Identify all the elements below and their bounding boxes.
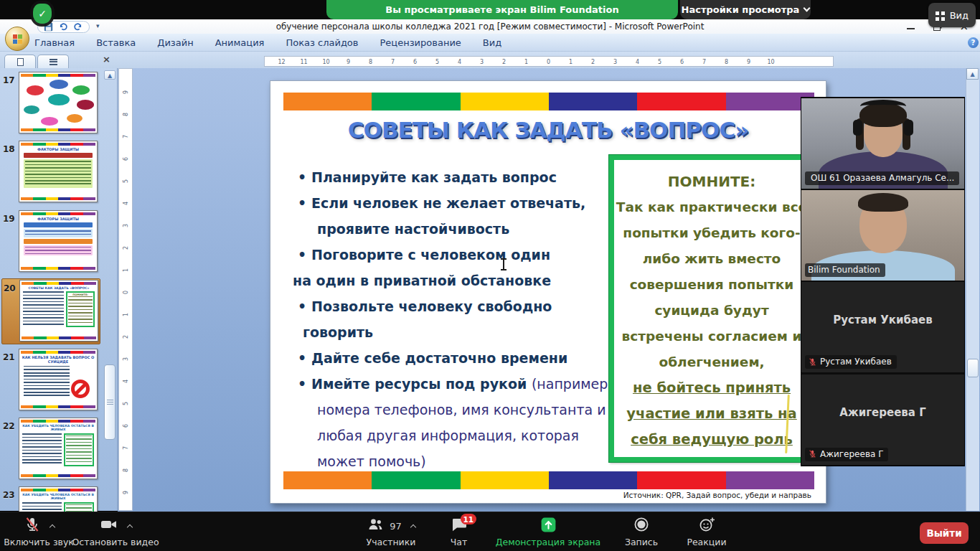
thumbnail-frame: СОВЕТЫ КАК ЗАДАТЬ «ВОПРОС» ПОМНИТЕ: <box>19 280 98 342</box>
toolbar-video-button[interactable]: Остановить видео <box>73 512 158 551</box>
v-ruler-number: 2 <box>119 237 133 259</box>
participant-tile-2[interactable]: Рустам УкибаевРустам Укибаев <box>801 282 964 372</box>
customize-toolbar-icon[interactable]: ▾ <box>96 22 100 29</box>
h-ruler-number: 8 <box>359 57 382 67</box>
rainbow-segment <box>461 93 549 110</box>
text-cursor <box>503 259 504 270</box>
slide-thumbnail-19[interactable]: 19ФАКТОРЫ ЗАЩИТЫ <box>1 209 100 276</box>
slide[interactable]: СОВЕТЫ КАК ЗАДАТЬ «ВОПРОС» •Планируйте к… <box>270 80 826 504</box>
office-button-icon[interactable] <box>5 27 29 51</box>
h-ruler-number: 1 <box>560 57 582 67</box>
bullet-text: номера телефонов, имя консультанта и <box>317 397 606 423</box>
bullet-text: Позвольте человеку свободно <box>311 293 552 319</box>
mini-rainbow-bar <box>21 351 95 354</box>
v-ruler-number: 8 <box>119 459 133 481</box>
toolbar-icon-row <box>540 517 557 535</box>
bullet-text: говорить <box>303 319 373 345</box>
mic-muted-icon <box>808 357 817 367</box>
diagram-oval <box>50 80 68 89</box>
toolbar-icon-row: 97 <box>367 517 415 535</box>
toolbar-record-button[interactable]: Запись <box>618 512 665 551</box>
slide-title: СОВЕТЫ КАК ЗАДАТЬ «ВОПРОС» <box>270 117 826 143</box>
help-icon[interactable]: ? <box>968 37 979 48</box>
ribbon-tab-2[interactable]: Дизайн <box>156 36 194 50</box>
remember-line: себя ведущую роль <box>614 427 809 453</box>
ribbon-tab-5[interactable]: Рецензирование <box>379 36 463 50</box>
toolbar-reactions-button[interactable]: Реакции <box>681 512 732 551</box>
thumbnails-scrollbar-thumb[interactable] <box>104 364 116 440</box>
chevron-up-icon[interactable] <box>49 524 55 530</box>
close-pane-icon[interactable]: × <box>103 54 110 65</box>
toolbar-label: Включить звук <box>4 537 74 547</box>
ribbon-tab-6[interactable]: Вид <box>481 36 503 50</box>
h-ruler-number: 4 <box>448 57 471 67</box>
rainbow-segment <box>549 93 637 110</box>
chevron-up-icon[interactable] <box>410 524 416 530</box>
participant-tile-1[interactable]: Bilim Foundation <box>801 190 964 281</box>
mini-rainbow-bar <box>21 405 95 408</box>
reactions-icon <box>698 516 716 536</box>
minimize-icon[interactable] <box>907 24 915 29</box>
toolbar-share-button[interactable]: Демонстрация экрана <box>494 512 602 551</box>
thumbnails-scroll-up-icon[interactable]: ▲ <box>104 70 116 80</box>
diagram-oval <box>41 117 58 126</box>
mini-slide-body: ПОМНИТЕ: <box>23 291 95 336</box>
undo-icon[interactable] <box>58 22 68 32</box>
participant-tile-3[interactable]: Ажигереева ГАжигереева Г <box>801 375 964 465</box>
thumbnail-frame: ФАКТОРЫ ЗАЩИТЫ <box>19 210 98 272</box>
diagram-oval <box>67 114 83 123</box>
mini-rainbow-bar <box>21 267 95 270</box>
participant-name-label: Ажигереева Г <box>805 448 888 461</box>
h-ruler-number: 6 <box>671 57 693 67</box>
scrollbar-thumb[interactable] <box>967 359 979 377</box>
ribbon-tab-0[interactable]: Главная <box>33 36 76 50</box>
v-ruler-number: 7 <box>119 437 133 459</box>
ribbon-tab-4[interactable]: Показ слайдов <box>284 36 359 50</box>
slide-thumbnail-18[interactable]: 18ФАКТОРЫ ЗАЩИТЫ <box>1 140 100 206</box>
bullet-marker: • <box>298 242 306 268</box>
ribbon-tab-3[interactable]: Анимация <box>214 36 266 50</box>
bullet-line: •Поговорите с человеком один <box>284 242 621 268</box>
h-ruler-number: 10 <box>315 57 337 67</box>
slide-number: 19 <box>3 214 16 224</box>
slide-number: 22 <box>3 421 16 431</box>
mini-rainbow-bar <box>21 212 95 215</box>
rainbow-bar-bottom <box>283 471 814 489</box>
ribbon-tab-1[interactable]: Вставка <box>95 36 137 50</box>
slide-thumbnail-20[interactable]: 20СОВЕТЫ КАК ЗАДАТЬ «ВОПРОС» ПОМНИТЕ: <box>1 278 100 344</box>
participant-name: Bilim Foundation <box>808 265 880 275</box>
outline-tab-icon[interactable] <box>37 55 69 68</box>
save-icon[interactable] <box>44 22 53 32</box>
rainbow-segment <box>637 93 725 110</box>
slide-thumbnail-17[interactable]: 17 <box>1 71 100 137</box>
view-settings-button[interactable]: Настройки просмотра <box>680 0 811 19</box>
toolbar-mute-button[interactable]: Включить звук <box>6 512 72 551</box>
rainbow-bar-top <box>283 93 814 110</box>
mini-header-bar <box>24 153 93 158</box>
chevron-up-icon[interactable] <box>126 524 132 530</box>
view-button[interactable]: Вид <box>928 3 976 27</box>
main-scrollbar[interactable]: ▲ <box>966 68 979 511</box>
leave-button[interactable]: Выйти <box>920 522 969 544</box>
slide-thumbnail-21[interactable]: 21КАК НЕЛЬЗЯ ЗАДАВАТЬ ВОПРОС О СУИЦИДЕ <box>1 348 100 414</box>
redo-icon[interactable] <box>73 22 83 32</box>
screen: { "zoom": { "topbar": { "share_banner": … <box>0 0 980 551</box>
remember-line: Так как практически все <box>614 194 809 220</box>
toolbar-icon-row <box>24 517 55 535</box>
slides-tab-icon[interactable] <box>4 55 36 68</box>
mini-rainbow-bar <box>22 282 96 285</box>
scroll-up-icon[interactable]: ▲ <box>966 68 979 80</box>
camera-icon <box>100 516 118 536</box>
mini-rainbow-bar <box>21 474 95 477</box>
mic-muted-icon <box>24 516 41 536</box>
slide-number: 21 <box>3 352 16 362</box>
h-ruler-number: 9 <box>337 57 359 67</box>
mini-rainbow-bar <box>21 489 95 491</box>
participant-tile-0[interactable]: ОШ 61 Оразаева Алмагуль Се... <box>801 98 964 189</box>
mini-bullets <box>24 366 70 397</box>
bullet-text: проявите настойчивость <box>317 216 509 242</box>
slide-thumbnail-22[interactable]: 22КАК УБЕДИТЬ ЧЕЛОВЕКА ОСТАТЬСЯ В ЖИВЫХ <box>1 417 100 483</box>
toolbar-participants-button[interactable]: 97Участники <box>359 512 423 551</box>
toolbar-chat-button[interactable]: 11Чат <box>439 512 479 551</box>
v-ruler-number: 6 <box>119 415 133 437</box>
